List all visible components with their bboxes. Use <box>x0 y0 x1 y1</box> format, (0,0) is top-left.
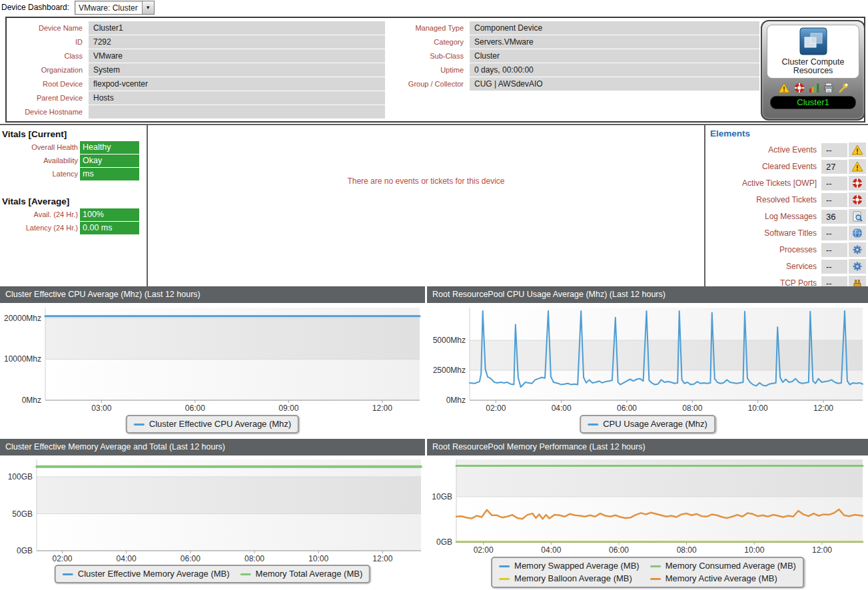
x-tick-label: 10:00 <box>308 554 328 563</box>
device-property-value: Hosts <box>89 91 385 105</box>
x-tick-label: 06:00 <box>185 404 205 413</box>
legend-item[interactable]: Cluster Effective CPU Average (Mhz) <box>134 418 291 430</box>
vitals-label: Availability <box>0 154 80 167</box>
device-property-label: Parent Device <box>8 91 89 105</box>
elements-row-icon-cell[interactable] <box>849 159 866 174</box>
device-properties-panel: Device NameCluster1ID7292ClassVMwareOrga… <box>5 17 865 123</box>
device-property-value: Cluster1 <box>89 21 385 35</box>
cluster-compute-resources-icon <box>799 46 827 57</box>
legend-item[interactable]: Memory Balloon Average (MB) <box>499 573 640 585</box>
lifesaver-icon <box>852 194 863 205</box>
legend-item[interactable]: Memory Active Average (MB) <box>650 573 796 585</box>
elements-row-cleared-events: Cleared Events27 <box>705 159 868 174</box>
legend-item[interactable]: Memory Consumed Average (MB) <box>650 560 796 572</box>
elements-row-icon-cell[interactable] <box>849 259 866 274</box>
chart-title-cluster-cpu: Cluster Effective CPU Average (Mhz) (Las… <box>0 286 425 303</box>
device-property-row: OrganizationSystem <box>8 63 385 77</box>
legend-label: Memory Balloon Average (MB) <box>514 573 632 585</box>
elements-row-active-events: Active Events-- <box>705 143 868 157</box>
chart-legend: Memory Swapped Average (MB)Memory Consum… <box>491 557 804 588</box>
elements-row-count[interactable]: -- <box>821 176 847 190</box>
elements-row-active-tickets-owp-: Active Tickets [OWP]-- <box>705 176 868 190</box>
vitals-row: Latency (24 Hr.)0.00 ms <box>0 222 147 234</box>
y-tick-label: 2500Mhz <box>433 366 466 375</box>
device-tile-card: Cluster Compute Resources <box>767 25 859 79</box>
device-property-label: Root Device <box>8 77 89 91</box>
warning-icon <box>851 161 863 172</box>
vitals-label: Overall Health <box>0 141 80 154</box>
device-property-label: Uptime <box>393 63 470 77</box>
elements-row-services: Services-- <box>705 259 868 274</box>
chart-title-resourcepool-memory: Root ResourcePool Memory Performance (La… <box>427 439 868 455</box>
elements-row-label: Resolved Tickets <box>756 195 817 204</box>
elements-row-count[interactable]: -- <box>821 143 847 157</box>
elements-row-label: Services <box>786 262 817 271</box>
x-tick-label: 04:00 <box>552 404 572 413</box>
elements-row-count[interactable]: 27 <box>821 160 847 174</box>
chart-cluster-memory: 0GB50GB100GB02:0004:0006:0008:0010:0012:… <box>0 455 425 590</box>
vitals-row: Avail. (24 Hr.)100% <box>0 208 147 221</box>
legend-item[interactable]: Cluster Effective Memory Average (MB) <box>63 568 230 580</box>
elements-row-icon-cell[interactable] <box>849 276 866 286</box>
elements-row-count[interactable]: -- <box>821 276 847 287</box>
wrench-icon[interactable] <box>838 83 849 93</box>
elements-row-count[interactable]: -- <box>821 260 847 274</box>
device-property-row: Sub-ClassCluster <box>393 49 759 63</box>
device-property-label: Category <box>393 35 470 49</box>
vitals-value-badge: 100% <box>80 208 139 221</box>
device-property-value: flexpod-vcenter <box>89 77 385 91</box>
elements-row-count[interactable]: -- <box>821 193 847 207</box>
x-tick-label: 04:00 <box>117 554 137 563</box>
chart-legend: Cluster Effective Memory Average (MB)Mem… <box>55 565 370 583</box>
legend-swatch <box>240 573 251 575</box>
legend-swatch <box>588 424 598 426</box>
legend-swatch <box>499 578 510 580</box>
elements-row-count[interactable]: 36 <box>821 210 847 224</box>
barchart-icon[interactable] <box>809 83 819 93</box>
legend-item[interactable]: Memory Swapped Average (MB) <box>499 560 640 572</box>
device-property-label: Class <box>8 49 89 63</box>
dashboard-dropdown[interactable]: VMware: Cluster ▼ <box>75 1 155 15</box>
device-tile[interactable]: Cluster Compute Resources Cluster1 <box>761 20 865 121</box>
chevron-down-icon[interactable]: ▼ <box>142 1 154 14</box>
elements-row-label: Active Tickets [OWP] <box>742 178 817 188</box>
elements-row-icon-cell[interactable] <box>849 176 866 190</box>
gear-icon <box>852 244 863 255</box>
device-tile-toolbar <box>762 81 864 95</box>
y-tick-label: 0Mhz <box>446 396 466 405</box>
legend-label: Memory Total Average (MB) <box>256 568 363 580</box>
legend-swatch <box>650 578 661 580</box>
x-tick-label: 09:00 <box>278 404 298 413</box>
x-tick-label: 02:00 <box>52 554 72 563</box>
y-tick-label: 0GB <box>436 537 452 547</box>
device-property-row: Device Hostname <box>8 105 385 119</box>
y-tick-label: 10GB <box>432 492 452 501</box>
warning-icon <box>778 83 790 93</box>
chart-cluster-cpu: 0Mhz10000Mhz20000Mhz03:0006:0009:0012:00… <box>0 303 425 439</box>
x-tick-label: 08:00 <box>244 554 264 563</box>
elements-row-count[interactable]: -- <box>821 243 847 257</box>
elements-row-count[interactable]: -- <box>821 226 847 240</box>
elements-row-icon-cell[interactable] <box>849 226 866 240</box>
device-properties-left-column: Device NameCluster1ID7292ClassVMwareOrga… <box>8 21 385 119</box>
x-tick-label: 02:00 <box>486 404 506 413</box>
legend-item[interactable]: CPU Usage Average (Mhz) <box>588 418 707 430</box>
elements-row-icon-cell[interactable] <box>849 209 866 224</box>
x-tick-label: 12:00 <box>812 545 832 555</box>
x-tick-label: 12:00 <box>813 404 833 413</box>
device-property-label: Organization <box>8 63 89 77</box>
elements-row-icon-cell[interactable] <box>849 242 866 257</box>
elements-row-label: TCP Ports <box>780 278 817 286</box>
device-property-value: 7292 <box>89 35 385 49</box>
elements-row-icon-cell[interactable] <box>849 192 866 207</box>
y-tick-label: 0GB <box>17 546 33 555</box>
legend-swatch <box>134 424 145 426</box>
y-tick-label: 20000Mhz <box>4 314 41 323</box>
plot-band <box>45 318 420 360</box>
warning-icon[interactable] <box>778 83 790 93</box>
elements-row-icon-cell[interactable] <box>849 143 866 157</box>
legend-item[interactable]: Memory Total Average (MB) <box>240 568 363 580</box>
printer-icon[interactable] <box>823 83 834 93</box>
device-name-badge[interactable]: Cluster1 <box>770 96 856 109</box>
lifesaver-icon[interactable] <box>794 83 805 93</box>
